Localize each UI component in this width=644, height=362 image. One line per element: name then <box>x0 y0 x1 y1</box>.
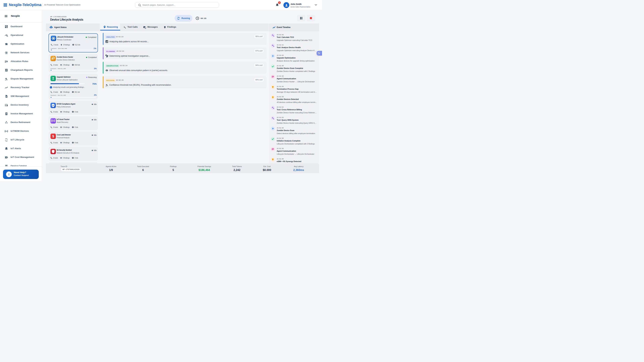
svg-text:$: $ <box>52 134 54 138</box>
